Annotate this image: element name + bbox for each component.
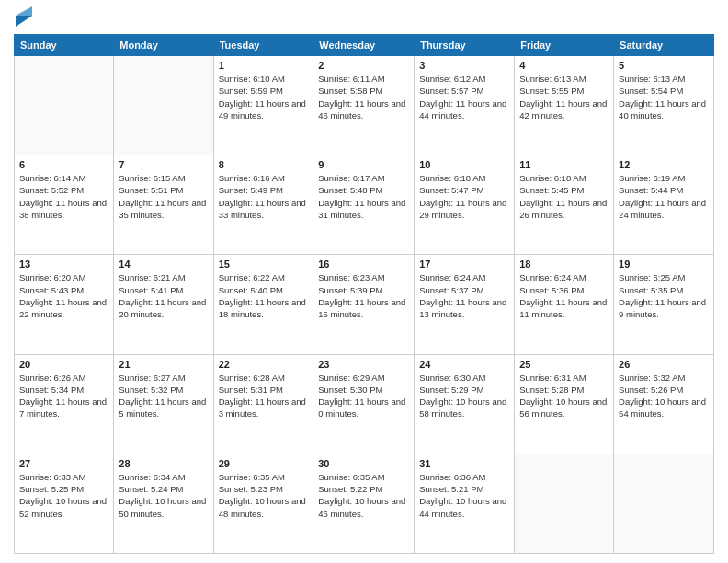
day-number: 19 <box>619 259 709 270</box>
calendar-cell: 5Sunrise: 6:13 AM Sunset: 5:54 PM Daylig… <box>614 56 714 155</box>
calendar-cell: 24Sunrise: 6:30 AM Sunset: 5:29 PM Dayli… <box>415 354 515 454</box>
day-info: Sunrise: 6:24 AM Sunset: 5:36 PM Dayligh… <box>519 271 609 320</box>
day-info: Sunrise: 6:19 AM Sunset: 5:44 PM Dayligh… <box>619 172 709 221</box>
day-info: Sunrise: 6:18 AM Sunset: 5:47 PM Dayligh… <box>419 172 509 221</box>
calendar-cell: 26Sunrise: 6:32 AM Sunset: 5:26 PM Dayli… <box>614 354 714 454</box>
day-number: 22 <box>219 359 309 370</box>
day-number: 4 <box>519 60 609 71</box>
day-number: 27 <box>19 458 108 469</box>
calendar-cell: 14Sunrise: 6:21 AM Sunset: 5:41 PM Dayli… <box>114 255 213 354</box>
calendar-cell <box>114 56 213 155</box>
calendar-cell: 3Sunrise: 6:12 AM Sunset: 5:57 PM Daylig… <box>415 56 515 155</box>
day-number: 23 <box>318 359 409 370</box>
day-info: Sunrise: 6:10 AM Sunset: 5:59 PM Dayligh… <box>219 73 309 121</box>
calendar-cell: 23Sunrise: 6:29 AM Sunset: 5:30 PM Dayli… <box>313 354 415 454</box>
day-of-week-header: Monday <box>114 35 213 56</box>
calendar-cell: 6Sunrise: 6:14 AM Sunset: 5:52 PM Daylig… <box>15 155 114 255</box>
day-info: Sunrise: 6:14 AM Sunset: 5:52 PM Dayligh… <box>19 172 108 221</box>
day-info: Sunrise: 6:26 AM Sunset: 5:34 PM Dayligh… <box>19 372 108 420</box>
day-of-week-header: Tuesday <box>213 35 313 56</box>
day-number: 18 <box>519 259 609 270</box>
calendar-cell: 9Sunrise: 6:17 AM Sunset: 5:48 PM Daylig… <box>313 155 415 255</box>
logo-icon <box>16 6 32 27</box>
day-info: Sunrise: 6:33 AM Sunset: 5:25 PM Dayligh… <box>19 471 108 520</box>
day-number: 7 <box>119 159 208 170</box>
day-info: Sunrise: 6:12 AM Sunset: 5:57 PM Dayligh… <box>419 73 509 121</box>
day-number: 29 <box>219 458 309 469</box>
day-info: Sunrise: 6:36 AM Sunset: 5:21 PM Dayligh… <box>419 471 509 520</box>
day-of-week-header: Thursday <box>415 35 515 56</box>
day-number: 21 <box>119 359 208 370</box>
day-info: Sunrise: 6:18 AM Sunset: 5:45 PM Dayligh… <box>519 172 609 221</box>
day-number: 30 <box>318 458 409 469</box>
day-info: Sunrise: 6:21 AM Sunset: 5:41 PM Dayligh… <box>119 271 208 320</box>
calendar-cell <box>515 454 614 553</box>
day-number: 1 <box>219 60 309 71</box>
day-number: 16 <box>318 259 409 270</box>
day-number: 8 <box>219 159 309 170</box>
header <box>14 9 714 27</box>
day-info: Sunrise: 6:23 AM Sunset: 5:39 PM Dayligh… <box>318 271 409 320</box>
page: SundayMondayTuesdayWednesdayThursdayFrid… <box>0 0 728 563</box>
day-number: 31 <box>419 458 509 469</box>
calendar-cell <box>614 454 714 553</box>
day-of-week-header: Saturday <box>614 35 714 56</box>
calendar-cell: 13Sunrise: 6:20 AM Sunset: 5:43 PM Dayli… <box>15 255 114 354</box>
day-number: 25 <box>519 359 609 370</box>
day-info: Sunrise: 6:30 AM Sunset: 5:29 PM Dayligh… <box>419 372 509 420</box>
day-number: 28 <box>119 458 208 469</box>
day-number: 26 <box>619 359 709 370</box>
day-number: 12 <box>619 159 709 170</box>
calendar-header-row: SundayMondayTuesdayWednesdayThursdayFrid… <box>15 35 714 56</box>
calendar-week-row: 20Sunrise: 6:26 AM Sunset: 5:34 PM Dayli… <box>15 354 714 454</box>
day-number: 10 <box>419 159 509 170</box>
day-info: Sunrise: 6:35 AM Sunset: 5:22 PM Dayligh… <box>318 471 409 520</box>
calendar-cell: 20Sunrise: 6:26 AM Sunset: 5:34 PM Dayli… <box>15 354 114 454</box>
day-of-week-header: Sunday <box>15 35 114 56</box>
calendar-cell: 30Sunrise: 6:35 AM Sunset: 5:22 PM Dayli… <box>313 454 415 553</box>
day-info: Sunrise: 6:35 AM Sunset: 5:23 PM Dayligh… <box>219 471 309 520</box>
day-info: Sunrise: 6:22 AM Sunset: 5:40 PM Dayligh… <box>219 271 309 320</box>
svg-marker-1 <box>16 6 32 16</box>
calendar-cell: 12Sunrise: 6:19 AM Sunset: 5:44 PM Dayli… <box>614 155 714 255</box>
day-number: 5 <box>619 60 709 71</box>
calendar-cell: 4Sunrise: 6:13 AM Sunset: 5:55 PM Daylig… <box>515 56 614 155</box>
day-number: 11 <box>519 159 609 170</box>
calendar-cell: 27Sunrise: 6:33 AM Sunset: 5:25 PM Dayli… <box>15 454 114 553</box>
day-number: 6 <box>19 159 108 170</box>
calendar-week-row: 1Sunrise: 6:10 AM Sunset: 5:59 PM Daylig… <box>15 56 714 155</box>
calendar-cell: 25Sunrise: 6:31 AM Sunset: 5:28 PM Dayli… <box>515 354 614 454</box>
day-number: 24 <box>419 359 509 370</box>
day-info: Sunrise: 6:25 AM Sunset: 5:35 PM Dayligh… <box>619 271 709 320</box>
day-number: 15 <box>219 259 309 270</box>
calendar-cell: 11Sunrise: 6:18 AM Sunset: 5:45 PM Dayli… <box>515 155 614 255</box>
calendar-cell <box>15 56 114 155</box>
calendar-cell: 19Sunrise: 6:25 AM Sunset: 5:35 PM Dayli… <box>614 255 714 354</box>
day-info: Sunrise: 6:20 AM Sunset: 5:43 PM Dayligh… <box>19 271 108 320</box>
calendar-cell: 8Sunrise: 6:16 AM Sunset: 5:49 PM Daylig… <box>213 155 313 255</box>
day-info: Sunrise: 6:32 AM Sunset: 5:26 PM Dayligh… <box>619 372 709 420</box>
day-number: 14 <box>119 259 208 270</box>
calendar-cell: 21Sunrise: 6:27 AM Sunset: 5:32 PM Dayli… <box>114 354 213 454</box>
day-number: 20 <box>19 359 108 370</box>
calendar-cell: 29Sunrise: 6:35 AM Sunset: 5:23 PM Dayli… <box>213 454 313 553</box>
calendar-cell: 1Sunrise: 6:10 AM Sunset: 5:59 PM Daylig… <box>213 56 313 155</box>
calendar-cell: 18Sunrise: 6:24 AM Sunset: 5:36 PM Dayli… <box>515 255 614 354</box>
day-number: 13 <box>19 259 108 270</box>
calendar-cell: 10Sunrise: 6:18 AM Sunset: 5:47 PM Dayli… <box>415 155 515 255</box>
day-info: Sunrise: 6:24 AM Sunset: 5:37 PM Dayligh… <box>419 271 509 320</box>
day-info: Sunrise: 6:29 AM Sunset: 5:30 PM Dayligh… <box>318 372 409 420</box>
calendar-cell: 2Sunrise: 6:11 AM Sunset: 5:58 PM Daylig… <box>313 56 415 155</box>
svg-marker-0 <box>16 16 32 27</box>
calendar-week-row: 6Sunrise: 6:14 AM Sunset: 5:52 PM Daylig… <box>15 155 714 255</box>
day-number: 3 <box>419 60 509 71</box>
logo <box>14 14 32 27</box>
day-info: Sunrise: 6:28 AM Sunset: 5:31 PM Dayligh… <box>219 372 309 420</box>
day-info: Sunrise: 6:27 AM Sunset: 5:32 PM Dayligh… <box>119 372 208 420</box>
day-info: Sunrise: 6:16 AM Sunset: 5:49 PM Dayligh… <box>219 172 309 221</box>
day-info: Sunrise: 6:34 AM Sunset: 5:24 PM Dayligh… <box>119 471 208 520</box>
day-info: Sunrise: 6:31 AM Sunset: 5:28 PM Dayligh… <box>519 372 609 420</box>
day-of-week-header: Friday <box>515 35 614 56</box>
day-info: Sunrise: 6:13 AM Sunset: 5:54 PM Dayligh… <box>619 73 709 121</box>
day-info: Sunrise: 6:17 AM Sunset: 5:48 PM Dayligh… <box>318 172 409 221</box>
